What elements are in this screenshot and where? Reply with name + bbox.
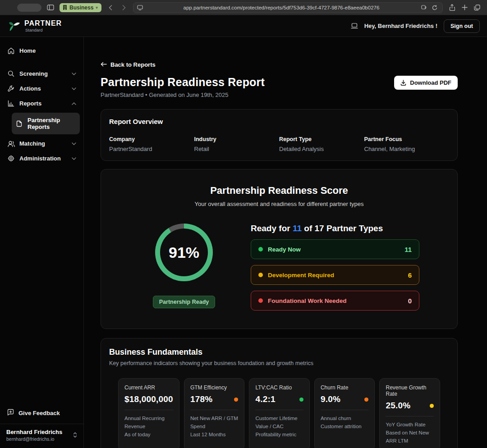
sidebar-item-label: Matching xyxy=(19,140,45,147)
translate-icon[interactable] xyxy=(420,3,428,13)
business-fundamentals-card: Business Fundamentals Key performance in… xyxy=(101,338,458,448)
status-count: 0 xyxy=(408,297,412,305)
download-pdf-label: Download PDF xyxy=(410,79,451,86)
sidebar-item-matching[interactable]: Matching xyxy=(4,136,80,151)
give-feedback-button[interactable]: Give Feedback xyxy=(4,405,80,421)
reload-icon[interactable] xyxy=(431,3,439,13)
metric-status-dot xyxy=(299,398,303,402)
sidebar-item-label: Partnership Reports xyxy=(28,117,76,130)
score-title: Partnership Readiness Score xyxy=(112,185,446,197)
download-icon xyxy=(400,80,406,86)
back-icon[interactable] xyxy=(105,3,116,13)
sidebar-item-label: Actions xyxy=(19,85,41,92)
partnership-ready-badge: Partnership Ready xyxy=(153,296,215,308)
status-row-development-required: Development Required 6 xyxy=(251,265,419,285)
sidebar-item-screening[interactable]: Screening xyxy=(4,66,80,81)
metric-status-dot xyxy=(364,398,368,402)
sidebar-toggle-icon[interactable] xyxy=(45,3,56,13)
back-link-label: Back to Reports xyxy=(110,61,156,68)
metric-card-ltv-cac: LTV:CAC Ratio 4.2:1 Customer Lifetime Va… xyxy=(249,378,310,448)
chevron-down-icon xyxy=(72,157,76,160)
document-icon xyxy=(15,120,23,127)
arrow-left-icon xyxy=(101,61,107,68)
building-icon xyxy=(63,5,67,10)
sign-out-button[interactable]: Sign out xyxy=(444,19,480,33)
overview-title: Report Overview xyxy=(109,118,449,125)
overview-field-partner-focus: Partner Focus Channel, Marketing xyxy=(364,136,450,152)
sidebar-item-actions[interactable]: Actions xyxy=(4,81,80,96)
search-icon xyxy=(7,70,15,77)
profile-chip-label: Business xyxy=(69,5,93,11)
logo-subtitle: Standard xyxy=(24,28,62,32)
report-overview-card: Report Overview Company PartnerStandard … xyxy=(101,109,458,161)
site-icon xyxy=(137,5,143,10)
browser-profile-chip[interactable]: Business ▾ xyxy=(60,3,101,12)
new-tab-icon[interactable] xyxy=(459,3,470,13)
home-icon xyxy=(7,47,15,54)
metric-card-gtm-efficiency: GTM Efficiency 178% Net New ARR / GTM Sp… xyxy=(184,378,245,448)
sidebar-item-label: Reports xyxy=(19,100,41,107)
user-menu[interactable]: Bernhard Friedrichs bernhard@friedrichs.… xyxy=(0,424,83,443)
bar-chart-icon xyxy=(7,100,15,107)
back-to-reports-link[interactable]: Back to Reports xyxy=(101,61,156,68)
tab-overview-icon[interactable] xyxy=(472,3,482,13)
status-count: 11 xyxy=(404,246,412,253)
app-logo: PARTNER Standard xyxy=(7,20,62,32)
fundamentals-subtitle: Key performance indicators showing your … xyxy=(109,360,449,366)
feedback-label: Give Feedback xyxy=(18,410,60,416)
page-subtitle: PartnerStandard • Generated on June 19th… xyxy=(101,91,265,98)
sidebar-item-label: Administration xyxy=(19,155,61,162)
sidebar-item-administration[interactable]: Administration xyxy=(4,151,80,166)
score-gauge: 91% xyxy=(155,224,213,281)
overview-field-industry: Industry Retail xyxy=(194,136,280,152)
sidebar-item-reports[interactable]: Reports xyxy=(4,96,80,111)
status-row-ready-now: Ready Now 11 xyxy=(251,239,419,259)
user-name: Bernhard Friedrichs xyxy=(6,429,62,435)
sidebar-item-partnership-reports[interactable]: Partnership Reports xyxy=(12,113,80,134)
app-header: PARTNER Standard Hey, Bernhard Friedrich… xyxy=(0,15,487,37)
browser-window: Business ▾ app.partnerstandard.com/prote… xyxy=(0,0,487,448)
url-text: app.partnerstandard.com/protected/report… xyxy=(146,5,417,10)
sidebar-item-home[interactable]: Home xyxy=(4,43,80,58)
status-row-foundational-work: Foundational Work Needed 0 xyxy=(251,291,419,311)
download-pdf-button[interactable]: Download PDF xyxy=(394,76,458,90)
share-icon[interactable] xyxy=(446,3,457,13)
chevrons-up-down-icon xyxy=(73,431,77,439)
fundamentals-title: Business Fundamentals xyxy=(109,347,449,357)
logo-title: PARTNER xyxy=(24,20,62,27)
sidebar-item-label: Screening xyxy=(19,70,48,77)
chevron-up-icon xyxy=(72,102,76,105)
sidebar: Home Screening Actions Reports Partnersh… xyxy=(0,37,84,448)
status-count: 6 xyxy=(408,271,412,279)
main-content: Back to Reports Partnership Readiness Re… xyxy=(84,37,487,448)
score-subtitle: Your overall assessment and readiness fo… xyxy=(112,201,446,207)
readiness-score-card: Partnership Readiness Score Your overall… xyxy=(101,169,458,329)
metric-status-dot xyxy=(430,404,434,408)
chevron-down-icon xyxy=(72,73,76,75)
window-controls[interactable] xyxy=(17,4,41,12)
browser-toolbar: Business ▾ app.partnerstandard.com/prote… xyxy=(0,0,487,15)
page-title: Partnership Readiness Report xyxy=(101,76,265,89)
address-bar[interactable]: app.partnerstandard.com/protected/report… xyxy=(133,2,443,13)
user-email: bernhard@friedrichs.io xyxy=(6,436,62,442)
chevron-down-icon: ▾ xyxy=(96,5,98,10)
wrench-icon xyxy=(7,85,15,92)
metric-card-current-arr: Current ARR $18,000,000 Annual Recurring… xyxy=(118,378,179,448)
user-greeting: Hey, Bernhard Friedrichs ! xyxy=(364,23,437,29)
users-icon xyxy=(7,141,15,147)
sidebar-item-label: Home xyxy=(19,47,36,54)
metric-card-churn-rate: Churn Rate 9.0% Annual churn Customer at… xyxy=(314,378,375,448)
status-dot xyxy=(258,247,263,251)
chevron-down-icon xyxy=(72,142,76,145)
overview-field-company: Company PartnerStandard xyxy=(109,136,194,152)
hummingbird-logo-icon xyxy=(7,20,21,32)
ready-heading: Ready for 11 of 17 Partner Types xyxy=(251,224,419,233)
metric-status-dot xyxy=(234,398,238,402)
forward-icon[interactable] xyxy=(119,3,129,13)
chevron-down-icon xyxy=(72,87,76,90)
ready-count-highlight: 11 xyxy=(293,224,302,233)
feedback-icon xyxy=(7,409,14,417)
overview-field-report-type: Report Type Detailed Analysis xyxy=(279,136,364,152)
status-dot xyxy=(258,298,263,303)
gear-icon xyxy=(7,155,15,162)
